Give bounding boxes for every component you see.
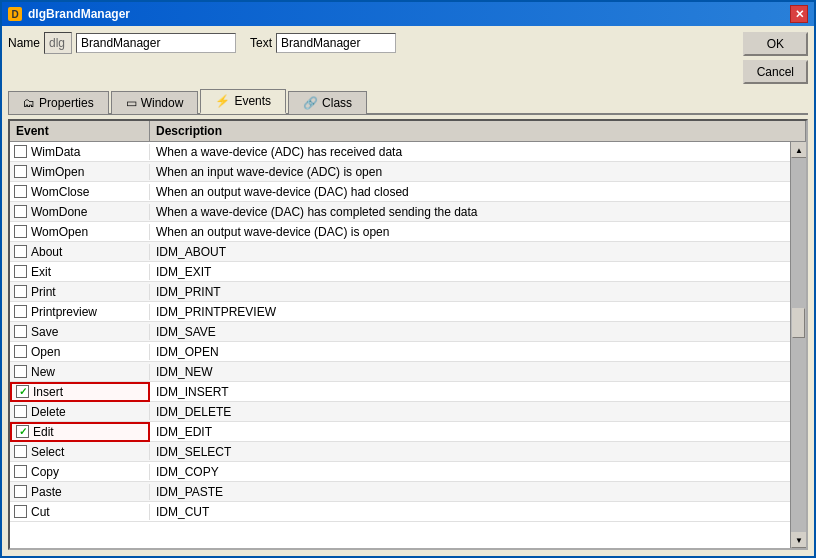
event-name: Printpreview: [31, 305, 97, 319]
scrollbar-thumb[interactable]: [792, 308, 805, 338]
event-checkbox[interactable]: [14, 245, 27, 258]
event-checkbox[interactable]: [14, 505, 27, 518]
event-name: Cut: [31, 505, 50, 519]
event-checkbox[interactable]: [14, 165, 27, 178]
col-event: Event: [10, 121, 150, 141]
table-row: PrintpreviewIDM_PRINTPREVIEW: [10, 302, 790, 322]
title-bar-left: D dlgBrandManager: [8, 7, 130, 21]
table-row: WomCloseWhen an output wave-device (DAC)…: [10, 182, 790, 202]
event-name: WomOpen: [31, 225, 88, 239]
window-title: dlgBrandManager: [28, 7, 130, 21]
fields-area: Name dlg Text: [8, 32, 737, 54]
event-desc: IDM_NEW: [150, 364, 790, 380]
event-checkbox[interactable]: [16, 385, 29, 398]
event-checkbox[interactable]: [14, 485, 27, 498]
event-name: Select: [31, 445, 64, 459]
event-name: WomClose: [31, 185, 89, 199]
tab-window[interactable]: ▭ Window: [111, 91, 199, 114]
event-desc: IDM_ABOUT: [150, 244, 790, 260]
event-desc: IDM_PRINT: [150, 284, 790, 300]
event-desc: IDM_PASTE: [150, 484, 790, 500]
event-checkbox[interactable]: [14, 345, 27, 358]
class-icon: 🔗: [303, 96, 318, 110]
event-cell: About: [10, 244, 150, 260]
main-window: D dlgBrandManager ✕ Name dlg Text OK: [0, 0, 816, 558]
event-cell: Edit: [10, 422, 150, 442]
table-row: WimOpenWhen an input wave-device (ADC) i…: [10, 162, 790, 182]
event-name: New: [31, 365, 55, 379]
content-area: Name dlg Text OK Cancel 🗂 Properties: [2, 26, 814, 556]
name-label: Name: [8, 36, 40, 50]
event-desc: IDM_EXIT: [150, 264, 790, 280]
event-cell: New: [10, 364, 150, 380]
event-desc: When a wave-device (DAC) has completed s…: [150, 204, 790, 220]
name-field-group: Name dlg Text: [8, 32, 737, 54]
event-checkbox[interactable]: [14, 365, 27, 378]
event-name: Edit: [33, 425, 54, 439]
event-desc: IDM_SAVE: [150, 324, 790, 340]
tab-class[interactable]: 🔗 Class: [288, 91, 367, 114]
table-scroll-wrapper: WimDataWhen a wave-device (ADC) has rece…: [10, 142, 806, 548]
event-name: Copy: [31, 465, 59, 479]
tab-properties[interactable]: 🗂 Properties: [8, 91, 109, 114]
event-checkbox[interactable]: [14, 185, 27, 198]
table-row: SelectIDM_SELECT: [10, 442, 790, 462]
tab-properties-label: Properties: [39, 96, 94, 110]
event-desc: IDM_OPEN: [150, 344, 790, 360]
event-desc: IDM_SELECT: [150, 444, 790, 460]
event-cell: Exit: [10, 264, 150, 280]
event-checkbox[interactable]: [14, 305, 27, 318]
event-name: Open: [31, 345, 60, 359]
event-checkbox[interactable]: [14, 465, 27, 478]
window-tab-icon: ▭: [126, 96, 137, 110]
event-name: Exit: [31, 265, 51, 279]
event-checkbox[interactable]: [14, 285, 27, 298]
tab-events[interactable]: ⚡ Events: [200, 89, 286, 114]
col-desc: Description: [150, 121, 806, 141]
top-row: Name dlg Text OK Cancel: [8, 32, 808, 84]
scroll-up-button[interactable]: ▲: [791, 142, 806, 158]
tab-window-label: Window: [141, 96, 184, 110]
event-name: Insert: [33, 385, 63, 399]
cancel-button[interactable]: Cancel: [743, 60, 808, 84]
event-desc: IDM_INSERT: [150, 384, 790, 400]
event-checkbox[interactable]: [14, 445, 27, 458]
event-cell: WimOpen: [10, 164, 150, 180]
events-icon: ⚡: [215, 94, 230, 108]
event-checkbox[interactable]: [14, 325, 27, 338]
name-box: dlg: [44, 32, 72, 54]
close-button[interactable]: ✕: [790, 5, 808, 23]
scrollbar-track[interactable]: [791, 158, 806, 532]
table-row: CopyIDM_COPY: [10, 462, 790, 482]
event-desc: When an output wave-device (DAC) is open: [150, 224, 790, 240]
table-row: AboutIDM_ABOUT: [10, 242, 790, 262]
event-checkbox[interactable]: [14, 225, 27, 238]
table-body: WimDataWhen a wave-device (ADC) has rece…: [10, 142, 790, 548]
event-cell: Select: [10, 444, 150, 460]
table-row: PasteIDM_PASTE: [10, 482, 790, 502]
event-checkbox[interactable]: [14, 405, 27, 418]
event-checkbox[interactable]: [14, 265, 27, 278]
scroll-down-button[interactable]: ▼: [791, 532, 806, 548]
event-checkbox[interactable]: [14, 205, 27, 218]
name-prefix: dlg: [49, 36, 67, 50]
table-row: CutIDM_CUT: [10, 502, 790, 522]
event-name: About: [31, 245, 62, 259]
name-input[interactable]: [76, 33, 236, 53]
event-desc: IDM_CUT: [150, 504, 790, 520]
event-cell: WomClose: [10, 184, 150, 200]
event-checkbox[interactable]: [14, 145, 27, 158]
event-checkbox[interactable]: [16, 425, 29, 438]
event-name: Delete: [31, 405, 66, 419]
event-name: WimData: [31, 145, 80, 159]
table-row: NewIDM_NEW: [10, 362, 790, 382]
text-input[interactable]: [276, 33, 396, 53]
event-desc: IDM_PRINTPREVIEW: [150, 304, 790, 320]
scrollbar[interactable]: ▲ ▼: [790, 142, 806, 548]
ok-button[interactable]: OK: [743, 32, 808, 56]
event-desc: IDM_EDIT: [150, 424, 790, 440]
window-icon: D: [8, 7, 22, 21]
table-row: EditIDM_EDIT: [10, 422, 790, 442]
table-row: WimDataWhen a wave-device (ADC) has rece…: [10, 142, 790, 162]
tab-class-label: Class: [322, 96, 352, 110]
